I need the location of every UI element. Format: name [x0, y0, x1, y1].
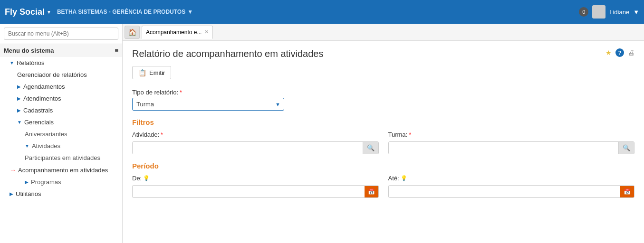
content-area: 🏠 Acompanhamento e... ✕ Relatório de aco… — [123, 24, 644, 243]
sidebar-item-label: Atividades — [32, 142, 60, 150]
sidebar-menu: ▼ Relatórios Gerenciador de relatórios ▶… — [0, 57, 122, 243]
notification-badge[interactable]: 0 — [579, 7, 588, 17]
user-caret: ▼ — [633, 9, 639, 16]
sidebar-item-gerenciador[interactable]: Gerenciador de relatórios — [0, 69, 122, 81]
sidebar-item-label: Gerenciador de relatórios — [17, 71, 87, 78]
de-calendar-button[interactable]: 📅 — [365, 186, 378, 197]
page-icons: ★ ? 🖨 — [606, 48, 634, 57]
de-info-icon: 💡 — [143, 175, 150, 181]
toggle-icon-agendamentos: ▶ — [17, 84, 21, 89]
sidebar: Menu do sistema ≡ ▼ Relatórios Gerenciad… — [0, 24, 123, 243]
turma-input-wrapper: 🔍 — [388, 141, 635, 154]
ate-input[interactable] — [389, 186, 621, 197]
sidebar-menu-icon: ≡ — [115, 47, 118, 54]
navbar: Fly Social ▼ BETHA SISTEMAS - GERÊNCIA D… — [0, 0, 644, 24]
sidebar-item-label: Cadastrais — [23, 107, 53, 114]
de-label: De: 💡 — [132, 175, 379, 182]
sidebar-item-atendimentos[interactable]: ▶ Atendimentos — [0, 93, 122, 104]
atividade-input[interactable] — [133, 142, 363, 154]
turma-search-button[interactable]: 🔍 — [618, 142, 634, 154]
sidebar-item-cadastrais[interactable]: ▶ Cadastrais — [0, 104, 122, 116]
sidebar-item-atividades[interactable]: ▼ Atividades — [0, 140, 122, 152]
ate-input-wrapper: 📅 — [388, 185, 635, 198]
user-name: Lidiane — [609, 9, 629, 16]
required-indicator: * — [161, 131, 163, 138]
toggle-icon-programas: ▶ — [25, 179, 29, 185]
sidebar-item-utilitarios[interactable]: ▶ Utilitários — [0, 188, 122, 200]
brand-text: Fly Social — [5, 7, 45, 17]
required-indicator: * — [180, 89, 182, 96]
toggle-icon-atividades: ▼ — [25, 143, 29, 149]
user-avatar — [592, 5, 606, 19]
tab-label: Acompanhamento e... — [146, 29, 202, 36]
turma-label: Turma: * — [388, 131, 635, 138]
tipo-select-wrapper: Turma Participante Atividade ▼ — [132, 98, 284, 111]
sidebar-item-gerenciais[interactable]: ▼ Gerenciais — [0, 116, 122, 128]
sidebar-item-agendamentos[interactable]: ▶ Agendamentos — [0, 81, 122, 93]
sidebar-item-programas[interactable]: ▶ Programas — [0, 176, 122, 188]
emitir-button[interactable]: 📋 Emitir — [132, 66, 171, 79]
turma-field: Turma: * 🔍 — [388, 131, 635, 154]
org-caret: ▼ — [187, 9, 193, 15]
ate-field: Até: 💡 📅 — [388, 175, 635, 198]
sidebar-item-label: Gerenciais — [24, 119, 54, 126]
toggle-icon-utilitarios: ▶ — [10, 191, 13, 196]
navbar-org[interactable]: BETHA SISTEMAS - GERÊNCIA DE PRODUTOS ▼ — [57, 9, 193, 15]
page-content: Relatório de acompanhamento em atividade… — [123, 41, 644, 243]
tab-home-button[interactable]: 🏠 — [125, 26, 140, 39]
ate-info-icon: 💡 — [401, 175, 407, 181]
org-text: BETHA SISTEMAS - GERÊNCIA DE PRODUTOS — [57, 9, 185, 15]
search-input[interactable] — [4, 28, 118, 40]
periodo-title: Período — [132, 162, 634, 170]
toggle-icon-relatorios: ▼ — [10, 60, 14, 65]
atividade-search-button[interactable]: 🔍 — [363, 142, 378, 154]
sidebar-item-relatorios[interactable]: ▼ Relatórios — [0, 57, 122, 69]
de-input-wrapper: 📅 — [132, 185, 379, 198]
sidebar-item-label: Aniversariantes — [25, 131, 67, 138]
ate-calendar-button[interactable]: 📅 — [620, 186, 634, 197]
active-arrow-icon: → — [10, 166, 16, 174]
sidebar-item-label: Agendamentos — [23, 83, 65, 90]
atividade-label: Atividade: * — [132, 131, 379, 138]
tab-acompanhamento[interactable]: Acompanhamento e... ✕ — [142, 26, 213, 39]
tab-bar: 🏠 Acompanhamento e... ✕ — [123, 24, 644, 41]
favorite-icon[interactable]: ★ — [606, 49, 612, 56]
sidebar-item-acompanhamento[interactable]: → Acompanhamento em atividades — [0, 164, 122, 176]
de-field: De: 💡 📅 — [132, 175, 379, 198]
sidebar-title: Menu do sistema — [4, 47, 54, 54]
filtros-title: Filtros — [132, 118, 634, 126]
navbar-right: 0 Lidiane ▼ — [579, 5, 639, 19]
sidebar-search-container — [0, 24, 122, 44]
sidebar-item-label: Programas — [31, 178, 61, 186]
filter-row-periodo: De: 💡 📅 Até: 💡 — [132, 175, 634, 198]
sidebar-item-participantes[interactable]: Participantes em atividades — [0, 152, 122, 164]
turma-input[interactable] — [389, 142, 619, 154]
toggle-icon-gerenciais: ▼ — [17, 120, 22, 125]
tab-close-button[interactable]: ✕ — [204, 29, 209, 35]
calendar-icon: 📅 — [368, 188, 375, 195]
page-header: Relatório de acompanhamento em atividade… — [132, 48, 634, 59]
sidebar-item-label: Acompanhamento em atividades — [18, 167, 108, 174]
emitir-icon: 📋 — [138, 69, 146, 76]
print-icon[interactable]: 🖨 — [628, 49, 634, 56]
calendar-icon: 📅 — [624, 188, 631, 195]
tipo-label: Tipo de relatório: * — [132, 89, 634, 96]
tipo-select[interactable]: Turma Participante Atividade — [132, 98, 284, 111]
sidebar-header: Menu do sistema ≡ — [0, 44, 122, 57]
sidebar-item-label: Participantes em atividades — [25, 154, 100, 161]
navbar-brand[interactable]: Fly Social ▼ — [5, 7, 51, 17]
de-input[interactable] — [133, 186, 365, 197]
tipo-relatorio-section: Tipo de relatório: * Turma Participante … — [132, 89, 634, 111]
required-indicator: * — [409, 131, 411, 138]
sidebar-item-aniversariantes[interactable]: Aniversariantes — [0, 128, 122, 140]
main-layout: Menu do sistema ≡ ▼ Relatórios Gerenciad… — [0, 24, 644, 243]
toggle-icon-atendimentos: ▶ — [17, 96, 21, 101]
search-icon: 🔍 — [367, 144, 375, 151]
sidebar-item-label: Utilitários — [16, 190, 41, 197]
filter-row-atividade-turma: Atividade: * 🔍 Turma: * — [132, 131, 634, 154]
help-icon[interactable]: ? — [615, 48, 624, 57]
atividade-field: Atividade: * 🔍 — [132, 131, 379, 154]
emitir-label: Emitir — [149, 69, 165, 76]
toggle-icon-cadastrais: ▶ — [17, 108, 21, 113]
ate-label: Até: 💡 — [388, 175, 635, 182]
